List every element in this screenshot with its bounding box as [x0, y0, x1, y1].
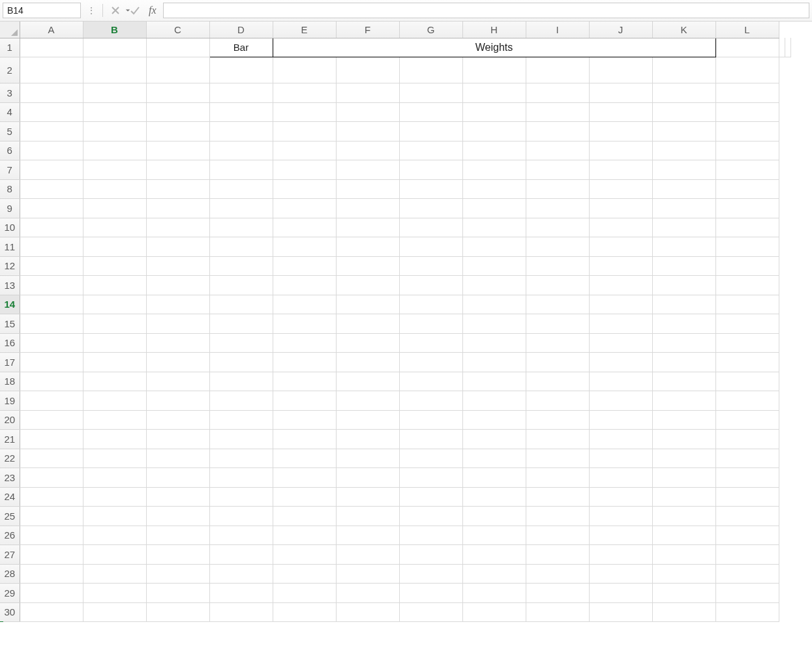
cell-L5[interactable]	[715, 122, 779, 141]
cell-G25[interactable]	[399, 507, 462, 526]
cell-F8[interactable]	[336, 179, 399, 199]
cell-D29[interactable]	[209, 584, 273, 603]
cell-J15[interactable]	[589, 314, 652, 334]
cell-H15[interactable]	[462, 314, 526, 334]
cell-B10[interactable]	[83, 218, 146, 237]
cell-F19[interactable]	[336, 391, 399, 411]
cell-F28[interactable]	[336, 564, 399, 584]
cell-K10[interactable]	[652, 218, 715, 237]
cell-F23[interactable]	[336, 468, 399, 488]
cell-D17[interactable]	[209, 353, 273, 372]
cell-I4[interactable]	[526, 102, 589, 122]
cell-B12[interactable]	[83, 256, 146, 276]
col-header-E[interactable]: E	[273, 22, 336, 38]
cell-D22[interactable]	[209, 449, 273, 468]
cell-H6[interactable]	[462, 141, 526, 160]
cell-F16[interactable]	[336, 333, 399, 353]
cell-L14[interactable]	[715, 295, 779, 314]
cell-K22[interactable]	[652, 449, 715, 468]
cell-J9[interactable]	[589, 199, 652, 218]
cell-E13[interactable]	[273, 276, 336, 295]
cell-E23[interactable]	[273, 468, 336, 488]
cell-I2[interactable]	[526, 57, 589, 83]
cell-K21[interactable]	[652, 430, 715, 449]
cell-L30[interactable]	[715, 602, 779, 622]
cell-E25[interactable]	[273, 507, 336, 526]
cell-I3[interactable]	[526, 83, 589, 103]
row-header-12[interactable]: 12	[0, 256, 20, 276]
cell-A1[interactable]	[20, 38, 83, 57]
cell-D10[interactable]	[209, 218, 273, 237]
col-header-G[interactable]: G	[399, 22, 462, 38]
cell-D8[interactable]	[209, 179, 273, 199]
cell-B27[interactable]	[83, 545, 146, 565]
cell-C3[interactable]	[146, 83, 209, 103]
cell-C18[interactable]	[146, 372, 209, 391]
cell-E29[interactable]	[273, 584, 336, 603]
cell-B15[interactable]	[83, 314, 146, 334]
cell-L9[interactable]	[715, 199, 779, 218]
cell-C23[interactable]	[146, 468, 209, 488]
row-header-8[interactable]: 8	[0, 179, 20, 199]
cell-A7[interactable]	[20, 160, 83, 180]
row-header-22[interactable]: 22	[0, 449, 20, 468]
row-header-7[interactable]: 7	[0, 160, 20, 180]
cell-L23[interactable]	[715, 468, 779, 488]
cell-F2[interactable]	[336, 57, 399, 83]
cell-F9[interactable]	[336, 199, 399, 218]
cell-K30[interactable]	[652, 602, 715, 622]
cell-J14[interactable]	[589, 295, 652, 314]
cell-L18[interactable]	[715, 372, 779, 391]
cell-F30[interactable]	[336, 602, 399, 622]
cell-E28[interactable]	[273, 564, 336, 584]
cell-G2[interactable]	[399, 57, 462, 83]
col-header-H[interactable]: H	[462, 22, 526, 38]
cell-B8[interactable]	[83, 179, 146, 199]
cell-A21[interactable]	[20, 430, 83, 449]
cell-A15[interactable]	[20, 314, 83, 334]
cell-A2[interactable]	[20, 57, 83, 83]
cell-K19[interactable]	[652, 391, 715, 411]
cell-J29[interactable]	[589, 584, 652, 603]
cell-H22[interactable]	[462, 449, 526, 468]
cell-K27[interactable]	[652, 545, 715, 565]
cell-B19[interactable]	[83, 391, 146, 411]
cell-D15[interactable]	[209, 314, 273, 334]
cell-A25[interactable]	[20, 507, 83, 526]
cell-F18[interactable]	[336, 372, 399, 391]
cell-K4[interactable]	[652, 102, 715, 122]
cell-H5[interactable]	[462, 122, 526, 141]
cell-D9[interactable]	[209, 199, 273, 218]
cell-H30[interactable]	[462, 602, 526, 622]
cell-C10[interactable]	[146, 218, 209, 237]
cell-J16[interactable]	[589, 333, 652, 353]
cell-I21[interactable]	[526, 430, 589, 449]
cell-J21[interactable]	[589, 430, 652, 449]
cell-L16[interactable]	[715, 333, 779, 353]
cell-A8[interactable]	[20, 179, 83, 199]
cell-E11[interactable]	[273, 237, 336, 257]
cell-E2[interactable]	[273, 57, 336, 83]
cell-J18[interactable]	[589, 372, 652, 391]
col-header-D[interactable]: D	[209, 22, 273, 38]
cell-K3[interactable]	[652, 83, 715, 103]
cell-G16[interactable]	[399, 333, 462, 353]
cell-I15[interactable]	[526, 314, 589, 334]
cell-D24[interactable]	[209, 487, 273, 507]
cell-H20[interactable]	[462, 410, 526, 430]
cell-G30[interactable]	[399, 602, 462, 622]
row-header-28[interactable]: 28	[0, 564, 20, 584]
cell-D7[interactable]	[209, 160, 273, 180]
cell-A14[interactable]	[20, 295, 83, 314]
cell-F3[interactable]	[336, 83, 399, 103]
cell-C4[interactable]	[146, 102, 209, 122]
cell-A4[interactable]	[20, 102, 83, 122]
cell-B4[interactable]	[83, 102, 146, 122]
cell-H24[interactable]	[462, 487, 526, 507]
cell-F11[interactable]	[336, 237, 399, 257]
cell-G18[interactable]	[399, 372, 462, 391]
cell-F5[interactable]	[336, 122, 399, 141]
cell-I25[interactable]	[526, 507, 589, 526]
cell-F14[interactable]	[336, 295, 399, 314]
cell-C25[interactable]	[146, 507, 209, 526]
